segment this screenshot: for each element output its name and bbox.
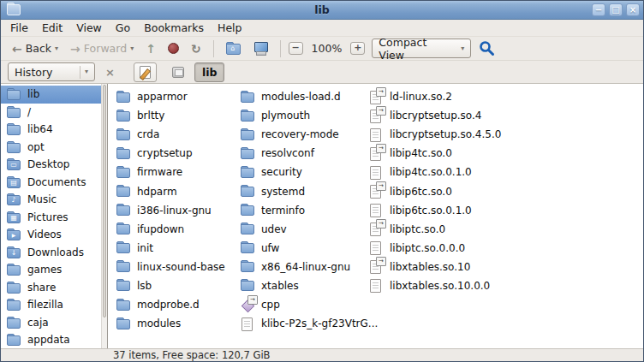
file-item[interactable]: init	[116, 239, 238, 258]
view-mode-select[interactable]: Compact View ▾	[372, 39, 471, 58]
file-item[interactable]: terminfo	[241, 201, 367, 220]
file-column-1: apparmor brltty crda cryptsetup	[116, 87, 238, 333]
file-item[interactable]: udev	[241, 220, 367, 239]
root-path-button[interactable]	[167, 62, 189, 82]
file-item[interactable]: linux-sound-base	[116, 258, 238, 276]
forward-button[interactable]: → Forward ▾	[66, 40, 138, 56]
sidebar-item[interactable]: games	[1, 261, 107, 279]
sidebar-item[interactable]: lib	[1, 86, 107, 104]
drive-icon	[172, 67, 184, 78]
window-folder-icon	[7, 4, 21, 15]
menu-item[interactable]: Go	[110, 21, 136, 35]
file-item[interactable]: modules-load.d	[241, 87, 367, 106]
menu-item[interactable]: File	[4, 21, 34, 35]
file-name: i386-linux-gnu	[137, 205, 212, 217]
history-select[interactable]: History ▾	[8, 62, 95, 81]
file-item[interactable]: cpp	[241, 295, 367, 314]
file-item[interactable]: systemd	[241, 181, 367, 200]
file-item[interactable]: libip6tc.so.0	[369, 181, 566, 200]
file-item[interactable]: libip4tc.so.0.1.0	[369, 163, 566, 181]
file-item[interactable]: recovery-mode	[241, 125, 367, 144]
file-item[interactable]: brltty	[116, 106, 238, 125]
sidebar-item[interactable]: lib64	[1, 121, 107, 139]
file-item[interactable]: libiptc.so.0	[369, 220, 566, 239]
computer-button[interactable]	[248, 40, 272, 57]
sidebar-scrollbar[interactable]	[101, 84, 107, 348]
file-item[interactable]: lsb	[116, 276, 238, 295]
menu-item[interactable]: Bookmarks	[138, 21, 210, 35]
file-item[interactable]: libxtables.so.10.0.0	[369, 276, 566, 295]
file-item[interactable]: ld-linux.so.2	[369, 87, 566, 106]
sidebar-item[interactable]: Videos	[1, 226, 107, 244]
file-item[interactable]: crda	[116, 125, 238, 144]
file-item[interactable]: libcryptsetup.so.4	[369, 106, 566, 125]
file-icon	[116, 223, 131, 235]
sidebar-scrollbar-thumb[interactable]	[103, 85, 106, 317]
file-item[interactable]: libip6tc.so.0.1.0	[369, 201, 566, 220]
file-icon	[116, 241, 131, 254]
zoom-in-button[interactable]: +	[350, 42, 365, 55]
current-folder-button[interactable]: lib	[194, 62, 225, 82]
sidebar-item[interactable]: Downloads	[1, 244, 107, 262]
menu-item[interactable]: View	[70, 21, 108, 35]
file-icon	[369, 223, 384, 235]
sidebar-item[interactable]: share	[1, 279, 107, 297]
file-item[interactable]: hdparm	[116, 181, 238, 200]
file-item[interactable]: apparmor	[116, 87, 238, 106]
menu-item[interactable]: Edit	[36, 21, 69, 35]
sidebar-item-label: appdata	[27, 334, 70, 346]
file-name: cryptsetup	[137, 147, 193, 159]
sidebar-item[interactable]: filezilla	[1, 296, 107, 314]
file-item[interactable]: cryptsetup	[116, 144, 238, 163]
sidebar-item-label: opt	[27, 141, 45, 153]
edit-pencil-icon	[140, 66, 151, 79]
file-icon	[116, 147, 131, 160]
file-item[interactable]: libiptc.so.0.0.0	[369, 239, 566, 258]
up-button[interactable]: ↑	[141, 41, 160, 56]
file-item[interactable]: i386-linux-gnu	[116, 201, 238, 220]
maximize-button[interactable]: □	[609, 3, 623, 16]
file-icon	[116, 128, 131, 141]
sidebar-item[interactable]: Music	[1, 191, 107, 209]
file-item[interactable]: ifupdown	[116, 220, 238, 239]
sidebar-item[interactable]: /	[1, 104, 107, 122]
stop-button[interactable]	[164, 41, 183, 56]
folder-icon	[7, 158, 21, 170]
file-icon	[116, 91, 131, 104]
pathbar: History ▾ × lib	[1, 61, 643, 84]
clear-history-button[interactable]: ×	[100, 66, 120, 79]
zoom-out-button[interactable]: −	[289, 42, 303, 55]
sidebar-item[interactable]: Documents	[1, 174, 107, 192]
sidebar-item[interactable]: appdata	[1, 331, 107, 348]
file-item[interactable]: plymouth	[241, 106, 367, 125]
file-item[interactable]: x86_64-linux-gnu	[241, 258, 367, 276]
home-button[interactable]	[222, 41, 245, 56]
chevron-down-icon: ▾	[130, 45, 134, 52]
file-item[interactable]: ufw	[241, 239, 367, 258]
file-item[interactable]: libxtables.so.10	[369, 258, 566, 276]
reload-button[interactable]: ↻	[187, 41, 206, 56]
menu-item[interactable]: Help	[212, 21, 248, 35]
folder-icon	[7, 211, 21, 223]
sidebar-item-label: Pictures	[27, 211, 69, 223]
minimize-button[interactable]: −	[592, 3, 605, 16]
back-button[interactable]: ← Back ▾	[8, 40, 63, 56]
file-item[interactable]: xtables	[241, 276, 367, 295]
sidebar-item[interactable]: opt	[1, 139, 107, 157]
close-button[interactable]: ×	[626, 3, 640, 16]
file-item[interactable]: libcryptsetup.so.4.5.0	[369, 125, 566, 144]
file-item[interactable]: modules	[116, 314, 238, 333]
sidebar-item[interactable]: Desktop	[1, 156, 107, 174]
file-item[interactable]: firmware	[116, 163, 238, 181]
file-item[interactable]: libip4tc.so.0	[369, 144, 566, 163]
file-item[interactable]: klibc-P2s_k-gf23VtrG...	[241, 314, 367, 333]
sidebar-item[interactable]: caja	[1, 314, 107, 332]
edit-path-button[interactable]	[134, 62, 157, 82]
file-item[interactable]: security	[241, 163, 367, 181]
file-item[interactable]: modprobe.d	[116, 295, 238, 314]
file-item[interactable]: resolvconf	[241, 144, 367, 163]
sidebar-item[interactable]: Pictures	[1, 209, 107, 227]
file-icon	[116, 279, 131, 292]
file-icon	[369, 241, 384, 254]
search-button[interactable]	[474, 39, 499, 58]
